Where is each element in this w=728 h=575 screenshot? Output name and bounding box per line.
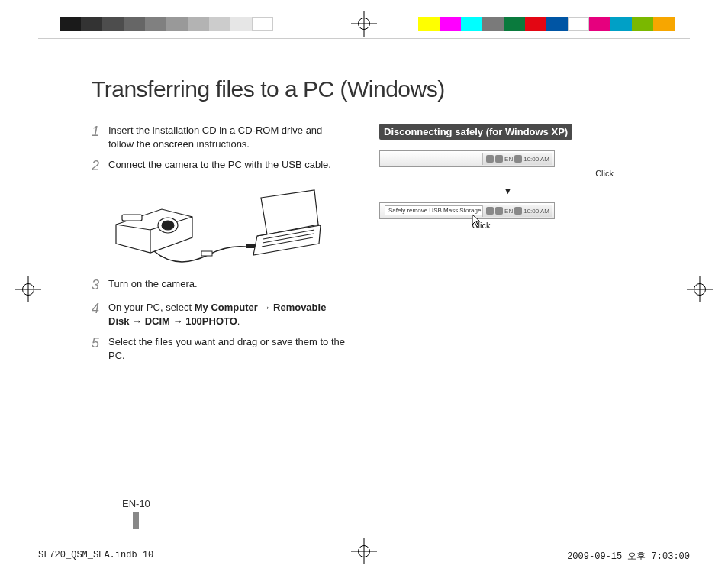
step-number: 4 [92,301,108,328]
tray-icon [514,207,522,215]
colorbar-gray [60,17,273,31]
step-2: 2 Connect the camera to the PC with the … [92,158,349,175]
step4-prefix: On your PC, select [108,302,195,313]
step-text: Turn on the camera. [108,277,198,294]
registration-mark-right [687,276,713,302]
step-number: 3 [92,277,108,294]
svg-rect-4 [246,244,255,248]
step-text: Select the files you want and drag or sa… [108,335,349,362]
svg-point-1 [162,221,174,230]
right-column: Disconnecting safely (for Windows XP) EN… [379,124,636,370]
page-title: Transferring files to a PC (Windows) [92,76,636,102]
footer-filename: SL720_QSM_SEA.indb 10 [38,550,153,563]
footer-timestamp: 2009-09-15 오후 7:03:00 [567,550,690,563]
tray-icon [495,207,503,215]
tray-icon [514,155,522,163]
left-column: 1 Insert the installation CD in a CD-ROM… [92,124,349,370]
svg-rect-3 [201,251,212,256]
tray-lang: EN [504,208,513,215]
step-text: Insert the installation CD in a CD-ROM d… [108,124,349,150]
arrow-icon: → [258,302,273,313]
click-label-1: Click [379,169,614,178]
tray-lang: EN [504,156,513,163]
step4-path-3: DCIM [145,315,170,327]
taskbar-screenshot-2: Safely remove USB Mass Storage Device - … [379,202,555,219]
step-1: 1 Insert the installation CD in a CD-ROM… [92,124,349,150]
arrow-icon: → [170,315,185,327]
step-number: 5 [92,335,108,362]
step-4: 4 On your PC, select My Computer → Remov… [92,301,349,328]
print-footer: SL720_QSM_SEA.indb 10 2009-09-15 오후 7:03… [38,548,690,563]
taskbar-screenshot-1: EN 10:00 AM [379,150,555,167]
step4-suffix: . [237,315,240,327]
step-text: Connect the camera to the PC with the US… [108,158,331,175]
step-3: 3 Turn on the camera. [92,277,349,294]
system-tray: EN 10:00 AM [482,205,552,217]
registration-mark-left [15,276,41,302]
tray-icon [495,155,503,163]
cursor-icon [472,214,482,228]
tray-time: 10:00 AM [523,156,549,163]
step-number: 2 [92,158,108,175]
page-number-bar [133,512,139,529]
step4-path-4: 100PHOTO [185,315,237,327]
step-text: On your PC, select My Computer → Removab… [108,301,349,328]
system-tray: EN 10:00 AM [482,153,552,165]
arrow-icon: → [129,315,144,327]
step-5: 5 Select the files you want and drag or … [92,335,349,362]
page-content: Transferring files to a PC (Windows) 1 I… [38,46,690,529]
tray-icon [486,207,494,215]
down-arrow-icon: ▼ [379,186,636,196]
page-number: EN-10 [122,498,150,509]
svg-rect-2 [122,215,142,221]
tray-icon [486,155,494,163]
registration-mark-top [351,11,377,37]
colorbar-color [418,17,675,31]
page-number-block: EN-10 [122,498,150,529]
top-rule [38,38,690,39]
tray-time: 10:00 AM [523,208,549,215]
step-number: 1 [92,124,108,150]
disconnect-heading: Disconnecting safely (for Windows XP) [379,124,572,140]
camera-laptop-illustration [108,183,322,267]
step4-path-1: My Computer [195,302,258,313]
